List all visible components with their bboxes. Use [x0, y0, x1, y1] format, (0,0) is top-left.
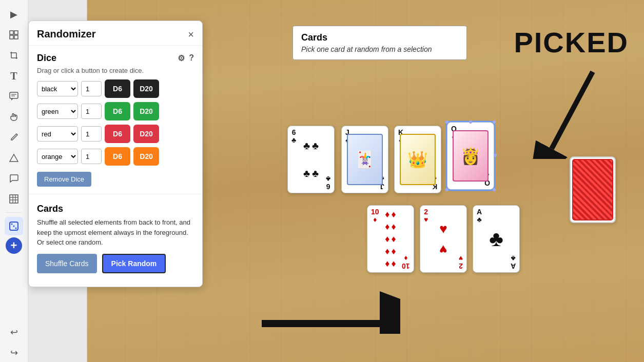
- selection-dot-bl: [445, 188, 448, 191]
- card-2-hearts[interactable]: 2♥ 2♥ ♥ ♥: [420, 205, 467, 273]
- color-select-red[interactable]: red black green orange: [37, 126, 78, 142]
- svg-point-18: [13, 226, 15, 227]
- d20-btn-black[interactable]: D20: [133, 79, 159, 98]
- selection-dot-mr: [494, 154, 497, 157]
- color-select-orange[interactable]: orange black green red: [37, 149, 78, 164]
- cursor-icon[interactable]: ▶: [5, 5, 23, 24]
- comment-icon[interactable]: [5, 87, 23, 106]
- count-input-orange[interactable]: [81, 149, 102, 164]
- card-10-diamonds[interactable]: 10♦ 10♦ ♦♦ ♦♦ ♦♦ ♦♦ ♦♦: [367, 205, 414, 273]
- selection-dot-tm: [469, 120, 472, 124]
- triangle-icon[interactable]: [5, 149, 23, 167]
- crop-icon[interactable]: [5, 46, 23, 65]
- card-king-spades[interactable]: K♠ K♠ 👑: [394, 126, 441, 193]
- card-back[interactable]: [570, 156, 616, 223]
- cards-section-title: Cards: [37, 204, 194, 214]
- info-box-subtitle: Pick one card at random from a selection: [301, 45, 458, 53]
- dice-section: Dice ⚙ ? Drag or click a button to creat…: [29, 46, 202, 192]
- d20-btn-green[interactable]: D20: [133, 102, 159, 120]
- card-queen-spades[interactable]: Q♠ Q♠ 👸: [447, 122, 494, 190]
- dice-row-black: black green red orange D6 D20: [37, 79, 194, 98]
- close-button[interactable]: ×: [188, 29, 194, 39]
- toolbar-divider: [6, 212, 22, 213]
- randomizer-panel: Randomizer × Dice ⚙ ? Drag or click a bu…: [28, 21, 203, 287]
- svg-rect-3: [14, 35, 18, 39]
- info-box-title: Cards: [301, 32, 458, 43]
- svg-rect-2: [10, 35, 13, 39]
- pick-random-button[interactable]: Pick Random: [102, 254, 166, 273]
- d6-btn-black[interactable]: D6: [105, 79, 130, 98]
- settings-icon[interactable]: ⚙: [178, 53, 185, 63]
- dice-subtitle: Drag or click a button to create dice.: [37, 67, 194, 74]
- d20-btn-red[interactable]: D20: [133, 125, 159, 143]
- selection-dot-tr: [493, 120, 496, 124]
- selection-dot-br: [493, 188, 496, 191]
- panel-header: Randomizer ×: [29, 21, 202, 46]
- layout-icon[interactable]: [5, 26, 23, 44]
- d6-btn-orange[interactable]: D6: [105, 147, 130, 166]
- dice-row-green: green black red orange D6 D20: [37, 102, 194, 120]
- undo-icon[interactable]: ↩: [5, 323, 23, 341]
- hand-icon[interactable]: [5, 108, 23, 126]
- remove-dice-button[interactable]: Remove Dice: [37, 172, 91, 187]
- help-icon[interactable]: ?: [189, 53, 194, 63]
- picked-label: PICKED: [514, 26, 629, 59]
- chat-icon[interactable]: [5, 169, 23, 188]
- add-icon[interactable]: +: [6, 237, 22, 254]
- d6-btn-red[interactable]: D6: [105, 125, 130, 143]
- randomizer-icon[interactable]: [5, 217, 23, 235]
- dice-row-red: red black green orange D6 D20: [37, 125, 194, 143]
- picked-arrow: [511, 67, 613, 159]
- card-6-clubs[interactable]: 6♣ 6♣ ♣♣ ♣♣ ♣♣: [287, 126, 335, 193]
- table-icon[interactable]: [5, 190, 23, 208]
- color-select-green[interactable]: green black red orange: [37, 104, 78, 119]
- left-toolbar: ▶ T: [0, 0, 28, 362]
- cards-section: Cards Shuffle all selected elements from…: [29, 196, 202, 278]
- bottom-arrow: [257, 283, 400, 334]
- pen-icon[interactable]: [5, 128, 23, 147]
- d20-btn-orange[interactable]: D20: [133, 147, 159, 166]
- svg-rect-1: [14, 31, 18, 34]
- info-box: Cards Pick one card at random from a sel…: [292, 26, 467, 60]
- panel-title: Randomizer: [37, 28, 95, 40]
- count-input-red[interactable]: [81, 126, 102, 142]
- text-icon[interactable]: T: [5, 67, 23, 85]
- count-input-green[interactable]: [81, 104, 102, 119]
- svg-point-17: [11, 224, 13, 225]
- svg-rect-8: [10, 92, 18, 98]
- d6-btn-green[interactable]: D6: [105, 102, 130, 120]
- count-input-black[interactable]: [81, 81, 102, 96]
- shuffle-cards-button[interactable]: Shuffle Cards: [37, 254, 97, 273]
- card-jack-spades[interactable]: J♠ J♠ 🃏: [341, 126, 388, 193]
- cards-description: Shuffle all selected elements from back …: [37, 217, 194, 248]
- svg-rect-0: [10, 31, 13, 34]
- redo-icon[interactable]: ↪: [5, 344, 23, 362]
- cards-buttons: Shuffle Cards Pick Random: [37, 254, 194, 273]
- dice-title-icons: ⚙ ?: [178, 53, 194, 63]
- card-ace-clubs[interactable]: A♣ A♣ ♣: [473, 205, 520, 273]
- svg-rect-11: [10, 195, 18, 203]
- section-divider: [29, 194, 202, 194]
- dice-section-title: Dice ⚙ ?: [37, 53, 194, 64]
- svg-point-19: [15, 228, 17, 229]
- dice-row-orange: orange black green red D6 D20: [37, 147, 194, 166]
- color-select-black[interactable]: black green red orange: [37, 81, 78, 96]
- selection-dot-tl: [445, 120, 448, 124]
